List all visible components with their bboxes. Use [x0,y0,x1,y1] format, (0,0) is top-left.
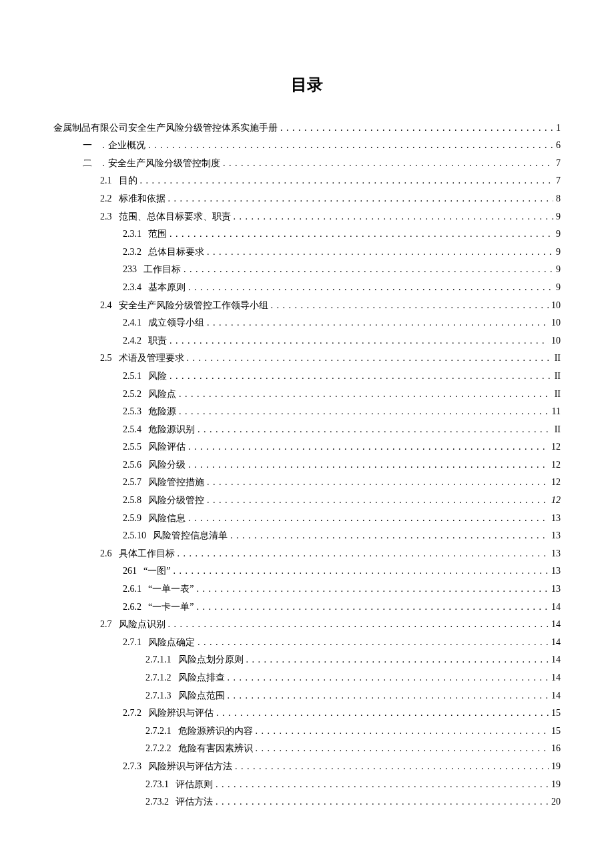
toc-entry: 2.2标准和依据8 [53,190,561,208]
toc-leader-dots [207,492,549,510]
toc-entry-page: 13 [551,545,561,563]
toc-entry: 2.4.1成立领导小组10 [53,314,561,332]
toc-leader-dots [168,190,554,208]
toc-entry-label: 基本原则 [148,279,186,297]
toc-leader-dots [198,634,549,652]
toc-entry-number: 2.7.1.2 [145,669,172,687]
toc-entry-label: 风险点 [148,386,176,404]
toc-entry-label: 风险评估 [148,438,186,456]
toc-entry-page: 1 [556,119,561,137]
toc-leader-dots [234,208,554,226]
toc-entry-page: 9 [556,279,561,297]
toc-leader-dots [223,155,553,173]
toc-entry-label: 评估原则 [176,776,213,794]
toc-entry-label: 风险点范围 [178,687,225,705]
toc-entry: 2.3.2总体目标要求9 [53,244,561,262]
toc-entry-page: 10 [551,297,561,315]
toc-entry-number: 2.7.1.3 [145,687,172,705]
toc-entry-label: “一图” [143,562,170,580]
toc-entry-page: 14 [551,598,561,616]
toc-leader-dots [170,368,552,386]
toc-entry: 2.3.4基本原则9 [53,279,561,297]
toc-entry-page: 14 [551,651,561,669]
toc-entry-number: 二 [83,155,92,173]
toc-entry-number: 2.6.1 [123,580,141,598]
toc-entry-page: 9 [556,261,561,279]
toc-entry: 261“一图”13 [53,562,561,580]
toc-entry: 2.4.2职责10 [53,332,561,350]
toc-entry: 2.7.1.2风险点排查14 [53,669,561,687]
toc-entry: 2.4安全生产风险分级管控工作领导小组10 [53,297,561,315]
toc-entry-page: 19 [551,758,561,776]
toc-leader-dots [173,562,549,580]
toc-entry: 233工作目标9 [53,261,561,279]
toc-entry: 2.7.2.1危险源辨识的内容15 [53,723,561,741]
toc-leader-dots [256,740,549,758]
toc-entry-number: 2.4.2 [123,332,141,350]
toc-entry-page: II [555,421,561,439]
toc-leader-dots [280,119,553,137]
toc-entry-label: 风险点识别 [119,616,166,634]
toc-leader-dots [179,403,549,421]
toc-entry-label: 风险分级 [148,456,186,474]
toc-entry-label: 术语及管理要求 [119,350,184,368]
toc-entry-number: 2.6 [100,545,112,563]
toc-entry-number: 2.2 [100,190,112,208]
toc-entry-label: ．安全生产风险分级管控制度 [99,155,220,173]
toc-entry-number: 2.7.2 [123,705,141,723]
toc-entry-label: 工作目标 [143,261,181,279]
toc-entry: 2.5.4危险源识别II [53,421,561,439]
toc-leader-dots [184,261,553,279]
toc-leader-dots [179,386,552,404]
toc-entry: 2.5.6风险分级12 [53,456,561,474]
toc-entry-label: 危险有害因素辨识 [178,740,253,758]
toc-entry: 2.3范围、总体目标要求、职责9 [53,208,561,226]
toc-entry-number: 2.5.5 [123,438,141,456]
toc-leader-dots [196,580,549,598]
toc-leader-dots [170,332,549,350]
toc-leader-dots [256,723,549,741]
toc-entry-page: 13 [551,510,561,528]
toc-leader-dots [188,456,549,474]
toc-entry-label: 危险源 [148,403,176,421]
toc-entry-number: 2.5 [100,350,112,368]
toc-entry-page: 19 [551,776,561,794]
toc-entry-label: 风险点排查 [178,669,225,687]
toc-entry-label: 具体工作目标 [119,545,175,563]
toc-leader-dots [271,297,549,315]
toc-entry: 2.6.2“一卡一单”14 [53,598,561,616]
toc-entry-page: 14 [551,616,561,634]
toc-entry-page: 9 [556,208,561,226]
toc-entry: 2.5.3危险源11 [53,403,561,421]
toc-entry-page: 15 [551,723,561,741]
toc-entry: 2.5.8风险分级管控12 [53,492,561,510]
toc-entry: 2.5.9风险信息13 [53,510,561,528]
toc-entry-page: II [555,350,561,368]
toc-entry-page: 15 [551,705,561,723]
toc-entry-page: 11 [552,403,561,421]
toc-leader-dots [170,226,553,244]
toc-entry-page: 14 [551,634,561,652]
toc-entry: 2.7.2.2危险有害因素辨识16 [53,740,561,758]
toc-entry-number: 2.6.2 [123,598,141,616]
toc-leader-dots [198,421,552,439]
toc-leader-dots [168,616,549,634]
toc-entry-number: 2.5.6 [123,456,141,474]
toc-entry-page: 7 [556,172,561,190]
toc-entry: 二．安全生产风险分级管控制度7 [53,155,561,173]
toc-title: 目录 [53,70,561,101]
toc-entry-label: 风险 [148,368,167,386]
toc-leader-dots [188,438,549,456]
toc-entry: 2.73.2评估方法20 [53,793,561,811]
toc-leader-dots [207,314,549,332]
toc-entry-number: 2.3.4 [123,279,141,297]
toc-entry-number: 2.5.8 [123,492,141,510]
toc-leader-dots [216,776,549,794]
toc-entry-page: 9 [556,244,561,262]
toc-entry-number: 2.7.2.2 [145,740,172,758]
toc-entry-label: 目的 [119,172,137,190]
toc-entry-page: 14 [551,669,561,687]
toc-entry-number: 261 [123,562,137,580]
toc-entry: 2.7.1.3风险点范围14 [53,687,561,705]
toc-entry: 2.7.1风险点确定14 [53,634,561,652]
